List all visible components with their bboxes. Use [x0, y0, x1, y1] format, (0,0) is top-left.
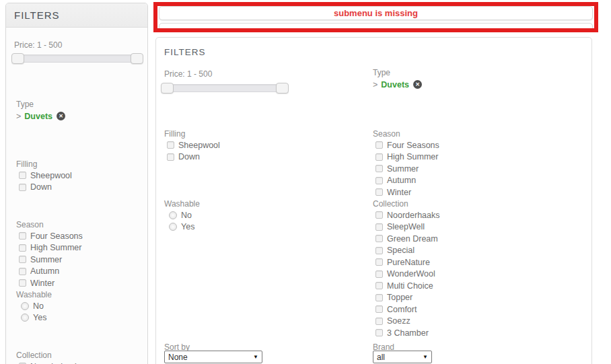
sidebar-group-season: Season Four Seasons High Summer Summer A… [16, 219, 83, 289]
sidebar-option-washable-yes[interactable]: Yes [16, 312, 52, 324]
remove-filter-icon[interactable]: ✕ [57, 112, 65, 120]
sort-by-select[interactable]: None ▼ [164, 351, 262, 363]
radio-icon[interactable] [169, 223, 177, 231]
option-comfort[interactable]: Comfort [373, 303, 440, 316]
remove-filter-icon[interactable]: ✕ [413, 80, 422, 89]
dropdown-arrow-icon: ▼ [423, 354, 428, 360]
option-washable-yes[interactable]: Yes [164, 221, 200, 233]
checkbox-icon[interactable] [375, 247, 383, 254]
checkbox-icon[interactable] [375, 318, 383, 325]
option-sleepwell[interactable]: SleepWell [373, 221, 440, 233]
sidebar-option-down[interactable]: Down [16, 182, 72, 194]
option-winter[interactable]: Winter [373, 186, 439, 198]
brand-select[interactable]: all ▼ [373, 351, 432, 363]
option-wonderwool[interactable]: WonderWool [373, 268, 440, 281]
submenu-bar [159, 23, 593, 32]
checkbox-icon[interactable] [375, 153, 383, 161]
radio-icon[interactable] [21, 302, 29, 310]
sidebar-group-type: Type > Duvets ✕ [16, 99, 65, 122]
active-filter-link[interactable]: Duvets [381, 80, 409, 89]
checkbox-icon[interactable] [375, 177, 383, 184]
active-filter-duvets: > Duvets ✕ [373, 79, 422, 90]
checkbox-icon[interactable] [167, 141, 174, 149]
sort-by-value: None [168, 353, 253, 362]
sidebar-active-filter-duvets: > Duvets ✕ [16, 110, 65, 122]
sidebar-option-noorderhaaks[interactable]: Noorderhaaks [16, 361, 83, 364]
option-washable-no[interactable]: No [164, 209, 200, 221]
option-high-summer[interactable]: High Summer [373, 151, 439, 163]
checkbox-icon[interactable] [167, 153, 174, 161]
checkbox-icon[interactable] [375, 223, 383, 231]
option-summer[interactable]: Summer [373, 163, 439, 175]
checkbox-icon[interactable] [19, 184, 26, 191]
active-filter-link[interactable]: Duvets [24, 112, 52, 121]
slider-track [161, 84, 288, 92]
sidebar-option-autumn[interactable]: Autumn [16, 266, 83, 278]
option-purenature[interactable]: PureNature [373, 256, 440, 268]
checkbox-icon[interactable] [375, 141, 383, 149]
sidebar-group-collection: Collection Noorderhaaks [16, 350, 83, 364]
checkbox-icon[interactable] [375, 258, 383, 266]
chevron-icon: > [16, 112, 21, 121]
sidebar-option-summer[interactable]: Summer [16, 254, 83, 266]
filters-sidebar: FILTERS Price: 1 - 500 Type > Duvets ✕ F… [5, 3, 148, 364]
dropdown-arrow-icon: ▼ [253, 354, 258, 360]
radio-icon[interactable] [169, 211, 177, 219]
checkbox-icon[interactable] [19, 172, 26, 179]
option-autumn[interactable]: Autumn [373, 175, 439, 187]
option-multi-choice[interactable]: Multi Choice [373, 280, 440, 292]
sidebar-option-four-seasons[interactable]: Four Seasons [16, 230, 83, 242]
group-washable: Washable No Yes [164, 198, 200, 233]
checkbox-icon[interactable] [375, 165, 383, 172]
checkbox-icon[interactable] [19, 279, 26, 287]
brand-value: all [377, 353, 423, 362]
slider-handle-min[interactable] [11, 53, 24, 64]
price-slider[interactable] [161, 83, 289, 94]
group-type: Type > Duvets ✕ [373, 67, 422, 90]
sidebar-group-washable: Washable No Yes [16, 289, 52, 324]
checkbox-icon[interactable] [375, 235, 383, 242]
chevron-icon: > [373, 80, 378, 89]
checkbox-icon[interactable] [375, 329, 383, 336]
option-topper[interactable]: Topper [373, 292, 440, 304]
option-green-dream[interactable]: Green Dream [373, 233, 440, 245]
filters-panel: FILTERS Price: 1 - 500 Type > Duvets ✕ F… [155, 37, 592, 364]
sidebar-option-sheepwool[interactable]: Sheepwool [16, 170, 72, 182]
menu-bar: submenu is missing [159, 6, 593, 20]
slider-handle-max[interactable] [131, 53, 143, 64]
slider-track [12, 54, 143, 63]
option-down[interactable]: Down [164, 151, 220, 163]
annotation-highlight-box: submenu is missing [153, 2, 598, 32]
radio-icon[interactable] [21, 314, 29, 322]
slider-handle-max[interactable] [276, 83, 289, 94]
sidebar-option-washable-no[interactable]: No [16, 300, 52, 312]
checkbox-icon[interactable] [375, 211, 383, 219]
checkbox-icon[interactable] [375, 305, 383, 313]
group-season: Season Four Seasons High Summer Summer A… [373, 129, 439, 198]
group-filling: Filling Sheepwool Down [164, 129, 220, 163]
option-special[interactable]: Special [373, 245, 440, 257]
checkbox-icon[interactable] [19, 268, 26, 275]
option-3-chamber[interactable]: 3 Chamber [373, 327, 440, 339]
option-sheepwool[interactable]: Sheepwool [164, 139, 220, 151]
checkbox-icon[interactable] [19, 232, 26, 240]
sidebar-option-high-summer[interactable]: High Summer [16, 242, 83, 254]
checkbox-icon[interactable] [375, 282, 383, 289]
option-four-seasons[interactable]: Four Seasons [373, 139, 439, 151]
sidebar-option-winter[interactable]: Winter [16, 277, 83, 289]
sidebar-title: FILTERS [14, 9, 60, 21]
sidebar-price-slider[interactable] [11, 53, 143, 64]
checkbox-icon[interactable] [375, 270, 383, 278]
group-collection: Collection Noorderhaaks SleepWell Green … [373, 198, 440, 339]
checkbox-icon[interactable] [19, 256, 26, 263]
option-noorderhaaks[interactable]: Noorderhaaks [373, 209, 440, 221]
screen: FILTERS Price: 1 - 500 Type > Duvets ✕ F… [0, 0, 611, 364]
checkbox-icon[interactable] [375, 188, 383, 196]
slider-handle-min[interactable] [161, 83, 174, 94]
option-soezz[interactable]: Soezz [373, 316, 440, 328]
checkbox-icon[interactable] [19, 244, 26, 252]
checkbox-icon[interactable] [375, 294, 383, 301]
price-label: Price: 1 - 500 [164, 67, 212, 79]
sidebar-price-label: Price: 1 - 500 [14, 38, 62, 50]
sidebar-header: FILTERS [6, 3, 147, 28]
